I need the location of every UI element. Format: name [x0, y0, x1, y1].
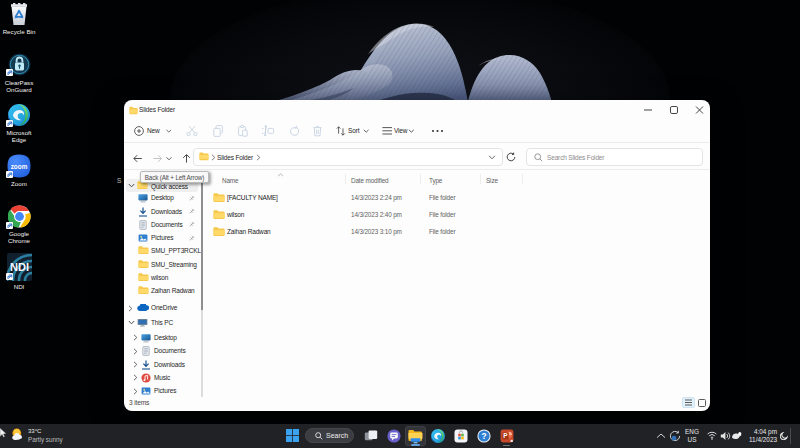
- svg-text:?: ?: [481, 431, 486, 441]
- svg-text:zoom: zoom: [11, 163, 28, 170]
- svg-text:NDI: NDI: [10, 261, 29, 273]
- svg-text:P: P: [503, 432, 508, 439]
